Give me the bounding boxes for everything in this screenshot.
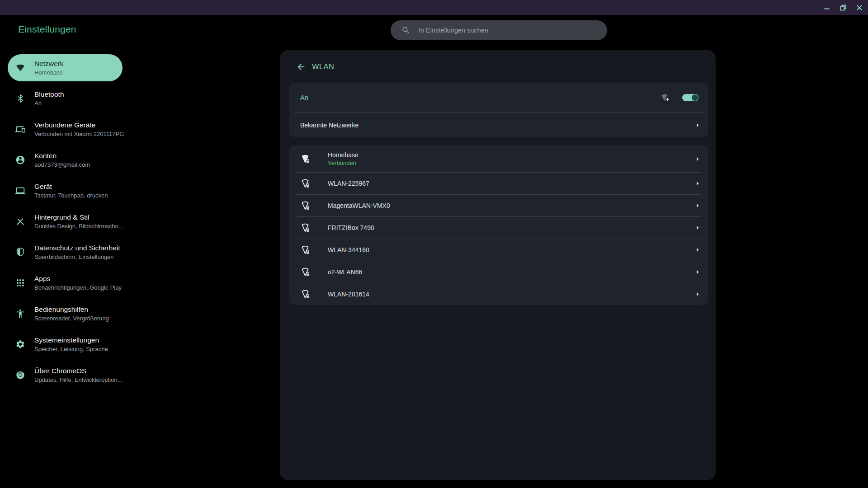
sidebar-item-bluetooth[interactable]: Bluetooth An [8,83,123,114]
sidebar-item-ger-t[interactable]: Gerät Tastatur, Touchpad, drucken [8,175,123,206]
wlan-panel: WLAN An Bekannte Netzwerke Homebase Verb… [280,50,716,480]
laptop-icon [15,186,25,196]
wifi-icon [15,63,25,73]
sidebar-item-verbundene-ger-te[interactable]: Verbundene Geräte Verbunden mit Xiaomi 2… [8,114,123,145]
sidebar: Netzwerk Homebase Bluetooth An Verbunden… [8,52,123,390]
chevron-right-icon [693,267,702,277]
network-row-wlan-344160[interactable]: WLAN-344160 [289,239,708,261]
wifi-state-label: An [300,94,308,101]
sidebar-item-sublabel: Verbunden mit Xiaomi 2201117PG [34,131,123,137]
accessibility-icon [15,309,25,319]
window-controls [822,0,864,15]
sidebar-item-label: Gerät [34,183,108,191]
network-list: Homebase Verbunden WLAN-225967 MagentaWL… [289,145,708,305]
network-row-fritz-box-7490[interactable]: FRITZ!Box 7490 [289,217,708,239]
sidebar-item-sublabel: Updates, Hilfe, Entwickleroption... [34,376,122,383]
sidebar-item-label: Hintergrund & Stil [34,213,123,221]
sidebar-item-hintergrund-stil[interactable]: Hintergrund & Stil Dunkles Design, Bilds… [8,206,123,237]
network-name: Homebase [328,151,359,159]
sidebar-item-label: Bluetooth [34,90,64,99]
devices-icon [15,124,25,134]
window-titlebar [0,0,868,15]
chevron-right-icon [693,245,702,254]
chevron-right-icon [693,201,702,210]
sidebar-item-label: Systemeinstellungen [34,336,108,344]
restore-icon [840,4,847,11]
minimize-button[interactable] [822,3,832,13]
restore-button[interactable] [838,3,848,13]
chevron-right-icon [693,155,702,164]
wifi-lock-icon [299,153,311,165]
network-row-o2-wlan66[interactable]: o2-WLAN66 [289,261,708,283]
network-name: MagentaWLAN-VMX0 [328,202,390,209]
chevron-right-icon [693,121,702,130]
panel-header: WLAN [280,50,716,84]
account-icon [15,155,25,165]
wifi-lock-icon [299,178,311,189]
sidebar-item-sublabel: Sperrbildschirm, Einstellungen [34,253,120,260]
sidebar-item-apps[interactable]: Apps Benachrichtigungen, Google Play [8,267,123,298]
sidebar-item-label: Konten [34,152,90,160]
wifi-toggle-card: An Bekannte Netzwerke [289,83,708,137]
brush-icon [15,216,25,226]
sidebar-item-label: Apps [34,275,122,283]
network-name: WLAN-344160 [328,246,369,253]
chrome-icon [15,370,25,380]
wifi-lock-icon [299,266,311,278]
apps-grid-icon [15,278,25,288]
shield-icon [15,247,25,257]
page-title: WLAN [312,62,334,71]
sidebar-item-sublabel: Tastatur, Touchpad, drucken [34,192,108,199]
gear-icon [15,339,25,349]
sidebar-item-ber-chromeos[interactable]: Über ChromeOS Updates, Hilfe, Entwickler… [8,360,123,390]
network-row-magentawlan-vmx0[interactable]: MagentaWLAN-VMX0 [289,195,708,216]
search-input[interactable] [419,20,607,40]
sidebar-item-label: Netzwerk [34,60,64,68]
sidebar-item-sublabel: Benachrichtigungen, Google Play [34,284,122,291]
sidebar-item-datenschutz-und-sicherheit[interactable]: Datenschutz und Sicherheit Sperrbildschi… [8,237,123,267]
known-networks-label: Bekannte Netzwerke [300,122,693,129]
add-network-icon[interactable] [660,92,670,103]
sidebar-item-konten[interactable]: Konten aod7373@gmail.com [8,145,123,175]
wifi-toggle[interactable] [682,94,698,101]
sidebar-item-label: Datenschutz und Sicherheit [34,244,120,252]
sidebar-item-label: Verbundene Geräte [34,121,123,129]
close-button[interactable] [854,3,864,13]
chevron-right-icon [693,290,702,299]
wifi-lock-icon [299,200,311,211]
network-name: WLAN-201614 [328,291,369,298]
sidebar-item-sublabel: Homebase [34,69,64,76]
sidebar-item-sublabel: aod7373@gmail.com [34,161,90,168]
network-status: Verbunden [328,160,359,166]
sidebar-item-systemeinstellungen[interactable]: Systemeinstellungen Speicher, Leistung, … [8,329,123,360]
sidebar-item-label: Über ChromeOS [34,367,122,375]
known-networks-row[interactable]: Bekannte Netzwerke [289,113,708,137]
settings-search-bar[interactable] [391,20,607,40]
back-arrow-icon [296,62,306,72]
app-title: Einstellungen [18,24,76,35]
network-row-wlan-201614[interactable]: WLAN-201614 [289,283,708,305]
sidebar-item-bedienungshilfen[interactable]: Bedienungshilfen Screenreader, Vergrößer… [8,298,123,329]
chevron-right-icon [693,179,702,188]
bluetooth-icon [15,94,25,103]
search-icon [401,26,410,35]
sidebar-item-sublabel: Screenreader, Vergrößerung [34,315,109,322]
sidebar-item-sublabel: Speicher, Leistung, Sprache [34,346,108,352]
network-row-wlan-225967[interactable]: WLAN-225967 [289,173,708,194]
minimize-icon [823,4,830,11]
back-button[interactable] [295,61,307,73]
network-row-homebase[interactable]: Homebase Verbunden [289,145,708,172]
chevron-right-icon [693,223,702,232]
wifi-lock-icon [299,288,311,300]
wifi-lock-icon [299,244,311,256]
sidebar-item-label: Bedienungshilfen [34,305,109,314]
sidebar-item-sublabel: Dunkles Design, Bildschirmscho... [34,223,123,230]
sidebar-item-sublabel: An [34,100,64,107]
network-name: FRITZ!Box 7490 [328,224,374,231]
wifi-lock-icon [299,222,311,234]
wifi-state-row: An [289,83,708,112]
network-name: o2-WLAN66 [328,268,362,276]
close-icon [856,4,863,11]
sidebar-item-netzwerk[interactable]: Netzwerk Homebase [8,54,123,81]
network-name: WLAN-225967 [328,180,369,187]
